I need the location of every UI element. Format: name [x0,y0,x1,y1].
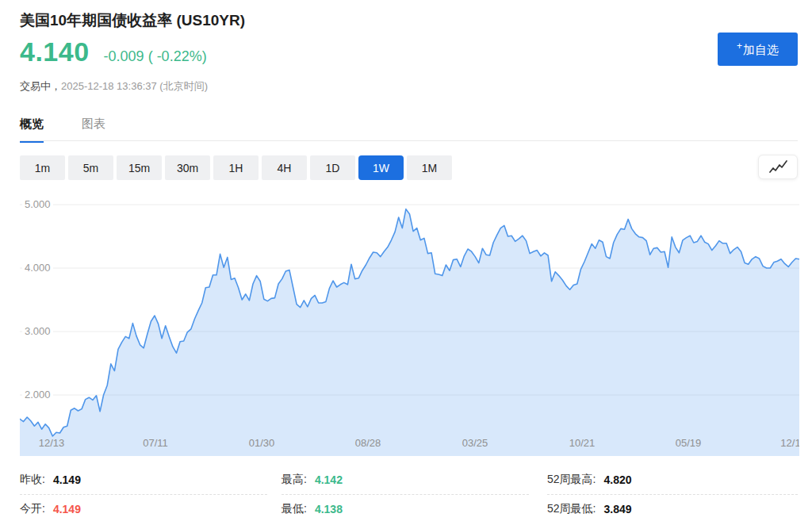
add-watchlist-button[interactable]: +加自选 [718,33,798,66]
plus-icon: + [737,40,742,52]
chart-type-button[interactable] [758,155,798,179]
stat-label: 最低: [282,502,307,516]
y-axis-tick: 5.000 [22,197,53,212]
stat-value: 4.149 [53,473,81,486]
yield-area-chart[interactable]: 5.000 4.000 3.000 2.000 12/13 07/11 01/3… [20,190,799,456]
x-axis-tick: 03/25 [462,437,488,449]
chart-canvas [20,190,799,456]
quote-page: 美国10年期国债收益率 (US10YR) 4.140 -0.009 ( -0.2… [0,0,812,525]
y-axis-tick: 3.000 [22,324,53,339]
range-button-1d[interactable]: 1D [310,155,355,180]
stat-label: 52周最低: [547,502,596,516]
stat-label: 昨收: [20,473,45,487]
stats-column-2: 最高: 4.142 最低: 4.138 [282,465,529,523]
x-axis-tick: 12/1 [780,437,799,449]
stat-prev-close: 昨收: 4.149 [20,465,267,494]
tab-overview[interactable]: 概览 [20,117,44,143]
stat-label: 最高: [282,473,307,487]
add-watchlist-label: 加自选 [743,43,779,56]
stat-open: 今开: 4.149 [20,494,267,523]
stat-value: 4.820 [603,473,631,486]
page-title: 美国10年期国债收益率 (US10YR) [20,10,245,31]
x-axis-tick: 01/30 [249,437,275,449]
stat-low: 最低: 4.138 [282,494,529,523]
stat-value: 4.138 [315,503,343,515]
x-axis-tick: 08/28 [355,437,381,449]
range-button-1w[interactable]: 1W [358,155,404,180]
tab-divider [20,140,798,141]
range-button-5m[interactable]: 5m [68,155,113,180]
stat-value: 4.149 [53,503,81,515]
x-axis-tick: 05/19 [676,437,702,449]
y-axis-tick: 2.000 [22,388,53,402]
stats-column-3: 52周最高: 4.820 52周最低: 3.849 [547,465,798,523]
y-axis-tick: 4.000 [22,261,53,275]
range-button-1M[interactable]: 1M [407,155,452,180]
stat-label: 今开: [20,502,45,516]
range-button-1h[interactable]: 1H [213,155,259,180]
x-axis-tick: 07/11 [143,437,168,449]
current-price: 4.140 [20,36,90,67]
x-axis-tick: 12/13 [39,437,65,449]
stat-52w-high: 52周最高: 4.820 [547,465,798,494]
stats-column-1: 昨收: 4.149 今开: 4.149 [20,465,267,523]
stat-value: 4.142 [315,473,343,486]
stat-label: 52周最高: [547,473,596,487]
stat-high: 最高: 4.142 [282,465,529,494]
x-axis-tick: 10/21 [569,437,596,449]
stat-value: 3.849 [603,503,631,515]
range-button-15m[interactable]: 15m [117,155,162,180]
trading-status: 交易中，2025-12-18 13:36:37 (北京时间) [20,79,208,94]
range-button-30m[interactable]: 30m [165,155,210,180]
range-button-1m[interactable]: 1m [20,155,65,180]
range-button-4h[interactable]: 4H [262,155,307,180]
time-range-toolbar: 1m 5m 15m 30m 1H 4H 1D 1W 1M [20,155,452,180]
stat-52w-low: 52周最低: 3.849 [547,494,798,523]
price-row: 4.140 -0.009 ( -0.22%) [20,36,207,67]
price-change: -0.009 ( -0.22%) [104,48,207,65]
line-chart-icon [766,158,790,177]
tab-chart[interactable]: 图表 [82,117,105,143]
quote-timestamp: 2025-12-18 13:36:37 (北京时间) [61,80,208,92]
trading-status-label: 交易中， [20,80,61,92]
tab-bar: 概览 图表 [20,117,105,143]
